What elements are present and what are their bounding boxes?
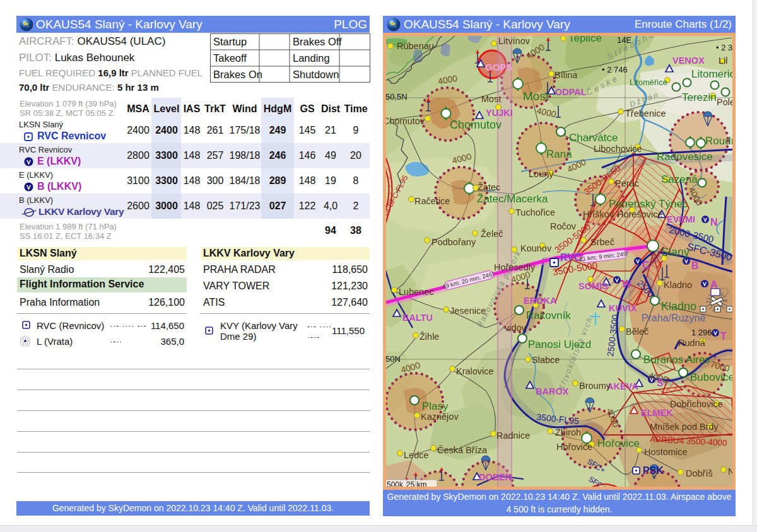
svg-text:EVEMI: EVEMI [667,214,695,224]
svg-text:Libochovice: Libochovice [594,144,642,154]
svg-text:Radovesice: Radovesice [657,151,713,163]
svg-text:Rübenau: Rübenau [397,41,434,51]
svg-text:T: T [720,331,727,342]
svg-text:GOPS: GOPS [485,62,512,72]
svg-text:Dobříš: Dobříš [686,468,713,478]
svg-text:Praha/Ruzyně: Praha/Ruzyně [642,313,705,323]
svg-text:Žatec: Žatec [478,182,500,192]
svg-text:Litomeric: Litomeric [691,68,735,80]
svg-text:Dobřichovice: Dobřichovice [670,399,723,409]
svg-text:Mníšek pod Brdy: Mníšek pod Brdy [650,422,719,432]
svg-text:DOBEN: DOBEN [479,472,512,482]
svg-text:Bílina: Bílina [555,70,578,80]
svg-text:Litoměřice: Litoměřice [630,78,667,87]
svg-text:Hořovice: Hořovice [556,442,592,452]
svg-text:Jesenice: Jesenice [450,306,486,316]
svg-text:Slaný: Slaný [661,246,690,258]
svg-text:Hořovice: Hořovice [597,437,640,449]
svg-text:Roudn: Roudn [705,135,736,147]
svg-text:Horešovice: Horešovice [617,209,663,219]
svg-text:N: N [710,217,718,228]
svg-text:B: B [691,260,699,271]
svg-text:Lil: Lil [719,55,728,66]
svg-text:Tuchořice: Tuchořice [515,207,555,217]
svg-text:Lubenec: Lubenec [399,287,434,297]
svg-text:Litvínov: Litvínov [498,36,531,46]
svg-text:Plasy: Plasy [422,400,449,412]
svg-text:Slabce: Slabce [532,355,560,365]
svg-text:Panenský Týnec: Panenský Týnec [609,198,688,210]
svg-text:1 296.: 1 296. [691,328,714,337]
svg-text:ELMEK: ELMEK [641,408,673,418]
svg-text:Raná: Raná [546,148,572,160]
svg-text:Kladno: Kladno [664,280,692,290]
svg-text:BALTU: BALTU [402,313,433,323]
svg-text:Kounov: Kounov [520,243,552,253]
svg-text:Žihle: Žihle [420,332,439,342]
svg-text:KUVIX: KUVIX [609,303,637,313]
svg-text:VENOX: VENOX [672,55,705,66]
svg-text:Buranos Aires: Buranos Aires [643,354,710,366]
svg-text:Perac: Perac [615,178,639,188]
svg-text:50N: 50N [385,354,401,364]
svg-text:S: S [657,378,664,388]
svg-text:Terezin: Terezin [682,91,717,103]
svg-text:Želeč: Želeč [481,229,503,239]
svg-text:YUJKI: YUJKI [486,108,513,118]
svg-text:Třebenice: Třebenice [625,108,666,119]
svg-text:Hořesedly: Hořesedly [494,262,536,272]
svg-text:50,5N: 50,5N [385,92,408,101]
svg-text:Radnice: Radnice [496,431,530,441]
svg-text:AKEVA: AKEVA [607,381,638,391]
svg-text:Česká Bříza: Česká Bříza [437,445,488,455]
svg-text:Srbeč: Srbeč [590,237,614,247]
svg-text:vidov: vidov [505,323,527,333]
svg-text:• 2 746: • 2 746 [602,65,628,74]
svg-text:RVC: RVC [560,252,582,263]
svg-text:Rakovník: Rakovník [526,309,571,321]
svg-text:Hříškov: Hříškov [583,209,614,219]
svg-text:Rudná: Rudná [678,338,706,348]
svg-text:C: C [642,260,650,270]
svg-text:PSK: PSK [643,465,664,476]
svg-text:Panosi Ujezd: Panosi Ujezd [528,338,591,350]
svg-text:Zbiroh: Zbiroh [555,427,581,437]
svg-text:Most: Most [481,94,501,104]
svg-text:SOMIS: SOMIS [578,281,608,291]
svg-text:A: A [710,279,718,290]
svg-text:W: W [622,279,632,289]
svg-text:Broumy: Broumy [579,381,611,391]
svg-text:Žatec/Macerka: Žatec/Macerka [477,193,548,205]
svg-text:BAROX: BAROX [536,386,569,396]
svg-text:Kladno: Kladno [661,300,696,313]
svg-text:EROKA: EROKA [524,296,557,306]
svg-text:Louny: Louny [529,169,554,179]
svg-text:Ledce: Ledce [404,450,429,460]
svg-text:Podbořany: Podbořany [431,237,476,247]
svg-text:Běleč: Běleč [626,327,648,337]
svg-text:Bubovice: Bubovice [690,371,734,383]
svg-text:Most: Most [523,90,549,103]
svg-text:Chomutov: Chomutov [450,119,502,131]
svg-text:14E: 14E [617,35,631,45]
svg-text:Hostomice: Hostomice [644,447,688,457]
svg-text:Ročov: Ročov [550,221,577,231]
svg-text:Kaznějov: Kaznějov [421,412,459,422]
svg-text:Charvátce: Charvátce [569,132,618,144]
svg-text:ODPAL: ODPAL [555,87,587,97]
svg-text:Račetice: Račetice [414,196,450,206]
svg-text:Sazená: Sazená [661,173,698,185]
svg-text:Chomutov: Chomutov [383,116,425,126]
svg-text:Kralovice: Kralovice [456,366,494,376]
